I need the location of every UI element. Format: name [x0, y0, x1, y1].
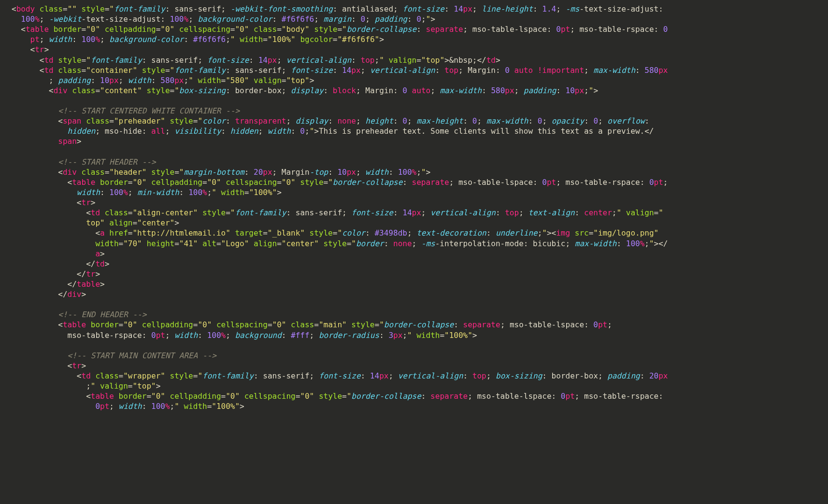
- code-line[interactable]: <td class="container" style="font-family…: [0, 65, 828, 75]
- code-line[interactable]: <td style="font-family: sans-serif; font…: [0, 55, 828, 65]
- code-line[interactable]: </tr>: [0, 269, 828, 279]
- code-line[interactable]: <td class="wrapper" style="font-family: …: [0, 371, 828, 381]
- code-line[interactable]: <!-- START CENTERED WHITE CONTAINER -->: [0, 106, 828, 116]
- code-line[interactable]: <!-- START HEADER -->: [0, 157, 828, 167]
- code-line[interactable]: mso-table-rspace: 0pt; width: 100%; back…: [0, 330, 828, 340]
- code-line[interactable]: </table>: [0, 279, 828, 289]
- code-line[interactable]: pt; width: 100%; background-color: #f6f6…: [0, 34, 828, 44]
- code-line[interactable]: <!-- START MAIN CONTENT AREA -->: [0, 350, 828, 361]
- code-line[interactable]: <a href="http://htmlemail.io" target="_b…: [0, 228, 828, 238]
- code-line[interactable]: ;" valign="top">: [0, 381, 828, 391]
- code-line[interactable]: span>: [0, 136, 828, 146]
- code-line[interactable]: <table border="0" cellpadding="0" cellsp…: [0, 391, 828, 401]
- code-line[interactable]: ; padding: 10px; width: 580px;" width="5…: [0, 75, 828, 85]
- code-line[interactable]: a>: [0, 249, 828, 259]
- code-line[interactable]: [0, 147, 828, 157]
- code-line[interactable]: width: 100%; min-width: 100%;" width="10…: [0, 187, 828, 197]
- code-line[interactable]: <table border="0" cellpadding="0" cellsp…: [0, 24, 828, 34]
- code-line[interactable]: <body class="" style="font-family: sans-…: [0, 4, 828, 14]
- code-line[interactable]: <tr>: [0, 361, 828, 371]
- code-line[interactable]: 0pt; width: 100%;" width="100%">: [0, 401, 828, 411]
- code-line[interactable]: <tr>: [0, 44, 828, 55]
- code-line[interactable]: <table border="0" cellpadding="0" cellsp…: [0, 320, 828, 330]
- code-line[interactable]: <div class="header" style="margin-bottom…: [0, 167, 828, 177]
- code-line[interactable]: width="70" height="41" alt="Logo" align=…: [0, 238, 828, 249]
- code-line[interactable]: hidden; mso-hide: all; visibility: hidde…: [0, 126, 828, 136]
- code-line[interactable]: <div class="content" style="box-sizing: …: [0, 85, 828, 96]
- code-line[interactable]: <!-- END HEADER -->: [0, 309, 828, 320]
- code-editor-content[interactable]: <body class="" style="font-family: sans-…: [0, 0, 828, 415]
- code-line[interactable]: <td class="align-center" style="font-fam…: [0, 208, 828, 218]
- code-line[interactable]: [0, 299, 828, 309]
- code-line[interactable]: </td>: [0, 259, 828, 269]
- code-line[interactable]: [0, 96, 828, 106]
- code-line[interactable]: top" align="center">: [0, 218, 828, 228]
- code-editor[interactable]: { "lines":[ {"i":0,"h":"<span class='pn'…: [0, 0, 828, 415]
- code-line[interactable]: [0, 340, 828, 350]
- code-line[interactable]: 100%; -webkit-text-size-adjust: 100%; ba…: [0, 14, 828, 24]
- code-line[interactable]: <tr>: [0, 197, 828, 208]
- code-line[interactable]: </div>: [0, 289, 828, 299]
- code-line[interactable]: <table border="0" cellpadding="0" cellsp…: [0, 177, 828, 187]
- code-line[interactable]: <span class="preheader" style="color: tr…: [0, 116, 828, 126]
